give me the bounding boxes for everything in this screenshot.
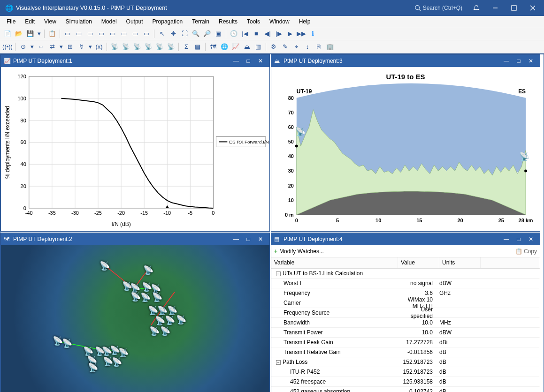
map-station-icon[interactable]: 📡 xyxy=(155,316,165,326)
panel-1-close[interactable]: ✕ xyxy=(253,55,268,67)
skip-start-icon[interactable]: |◀ xyxy=(240,29,250,39)
sat6-icon[interactable]: 📡 xyxy=(166,42,176,52)
node-icon[interactable]: ⊙ xyxy=(18,42,28,52)
col-header-variable[interactable]: Variable xyxy=(271,257,398,268)
col-header-units[interactable]: Units xyxy=(439,257,481,268)
menu-window[interactable]: Window xyxy=(265,17,294,26)
copy-icon[interactable]: 📋 xyxy=(47,29,57,39)
menu-output[interactable]: Output xyxy=(122,17,148,26)
panel-1-header[interactable]: 📈 PtMP UT Deployment:1 — □ ✕ xyxy=(1,55,269,67)
table-row[interactable]: Worst Ino signaldBW xyxy=(271,279,540,288)
var-icon[interactable]: (x) xyxy=(94,42,104,52)
sat3-icon[interactable]: 📡 xyxy=(132,42,142,52)
view-profile-icon[interactable]: ⛰ xyxy=(242,42,252,52)
info-icon[interactable]: ℹ xyxy=(307,29,318,39)
menu-terrain[interactable]: Terrain xyxy=(187,17,214,26)
table-row[interactable]: Bandwidth10.0MHz xyxy=(271,318,540,328)
table-row[interactable]: 452 freespace125.933158dB xyxy=(271,377,540,387)
tool6-icon[interactable]: 🏢 xyxy=(325,42,335,52)
pan-icon[interactable]: ✥ xyxy=(168,29,178,39)
menu-view[interactable]: View xyxy=(39,17,61,26)
zoom-box-icon[interactable]: ⛶ xyxy=(179,29,190,39)
map-station-icon[interactable]: 📡 xyxy=(157,305,168,316)
panel-3-header[interactable]: ⛰ PtMP UT Deployment:3 — □ ✕ xyxy=(271,55,540,67)
map-station-icon[interactable]: 📡 xyxy=(143,265,153,275)
map-station-icon[interactable]: 📡 xyxy=(149,326,160,336)
map-station-icon[interactable]: 📡 xyxy=(152,292,162,302)
path-dropdown-icon[interactable]: ▾ xyxy=(87,42,93,52)
map-station-icon[interactable]: 📡 xyxy=(53,336,63,346)
tool4-icon[interactable]: ↕ xyxy=(302,42,313,52)
map-station-icon[interactable]: 📡 xyxy=(148,305,158,316)
view-3d-icon[interactable]: 🌐 xyxy=(219,42,230,52)
win-tile1-icon[interactable]: ▭ xyxy=(62,29,73,39)
zoom-out-icon[interactable]: 🔎 xyxy=(202,29,212,39)
tool1-icon[interactable]: ⚙ xyxy=(268,42,279,52)
col-header-value[interactable]: Value xyxy=(398,257,439,268)
save-dropdown-icon[interactable]: ▾ xyxy=(36,29,42,39)
save-icon[interactable]: 💾 xyxy=(25,29,35,39)
ffwd-icon[interactable]: ▶▶ xyxy=(296,29,306,39)
close-button[interactable] xyxy=(523,0,542,16)
panel-4-header[interactable]: ▤ PtMP UT Deployment:4 — □ ✕ xyxy=(271,233,540,245)
antenna-icon[interactable]: ((•)) xyxy=(2,42,13,52)
panel-3-close[interactable]: ✕ xyxy=(524,55,538,67)
step-back-icon[interactable]: ◀| xyxy=(262,29,273,39)
map-station-icon[interactable]: 📡 xyxy=(140,292,151,302)
map-station-icon[interactable]: 📡 xyxy=(112,357,122,367)
win-tile5-icon[interactable]: ▭ xyxy=(107,29,118,39)
map-station-icon[interactable]: 📡 xyxy=(176,315,186,325)
node-dropdown-icon[interactable]: ▾ xyxy=(29,42,35,52)
menu-results[interactable]: Results xyxy=(214,17,242,26)
collapse-icon[interactable]: − xyxy=(276,271,281,276)
minimize-button[interactable] xyxy=(486,0,505,16)
map-station-icon[interactable]: 📡 xyxy=(100,261,110,271)
link2-icon[interactable]: ⇄ xyxy=(47,42,57,52)
map-station-icon[interactable]: 📡 xyxy=(118,347,129,358)
sat2-icon[interactable]: 📡 xyxy=(121,42,131,52)
panel-2-header[interactable]: 🗺 PtMP UT Deployment:2 — □ ✕ xyxy=(1,233,269,245)
sat5-icon[interactable]: 📡 xyxy=(154,42,165,52)
win-tile4-icon[interactable]: ▭ xyxy=(96,29,107,39)
map-station-icon[interactable]: 📡 xyxy=(88,362,98,373)
plus-icon[interactable]: + xyxy=(274,248,277,255)
table-row[interactable]: Transmit Relative Gain-0.011856dB xyxy=(271,347,540,357)
search-box[interactable]: Search (Ctrl+Q) xyxy=(414,5,462,11)
link2-dropdown-icon[interactable]: ▾ xyxy=(58,42,64,52)
view-table-icon[interactable]: ▥ xyxy=(253,42,263,52)
modify-watches-link[interactable]: Modify Watches... xyxy=(279,248,324,255)
map-station-icon[interactable]: 📡 xyxy=(130,292,141,302)
sat1-icon[interactable]: 📡 xyxy=(109,42,120,52)
win-tile2-icon[interactable]: ▭ xyxy=(74,29,84,39)
table-row[interactable]: −Path Loss152.918723dB xyxy=(271,357,540,367)
menu-tools[interactable]: Tools xyxy=(242,17,265,26)
menu-simulation[interactable]: Simulation xyxy=(61,17,97,26)
tool2-icon[interactable]: ✎ xyxy=(280,42,290,52)
menu-propagation[interactable]: Propagation xyxy=(148,17,188,26)
table-body[interactable]: −UTs.UT to BS-1.Link CalculationWorst In… xyxy=(271,269,540,392)
win-tile7-icon[interactable]: ▭ xyxy=(130,29,140,39)
win-tile6-icon[interactable]: ▭ xyxy=(119,29,129,39)
sigma-icon[interactable]: Σ xyxy=(181,42,192,52)
view-map-icon[interactable]: 🗺 xyxy=(208,42,218,52)
menu-help[interactable]: Help xyxy=(294,17,315,26)
menu-model[interactable]: Model xyxy=(97,17,122,26)
group-icon[interactable]: ⊞ xyxy=(65,42,75,52)
panel-2-close[interactable]: ✕ xyxy=(253,233,268,245)
menu-edit[interactable]: Edit xyxy=(20,17,39,26)
open-icon[interactable]: 📂 xyxy=(14,29,24,39)
win-tile3-icon[interactable]: ▭ xyxy=(85,29,95,39)
table-row[interactable]: Transmit Power10.0dBW xyxy=(271,328,540,338)
table-row[interactable]: 452 gaseous absorption0.102742dB xyxy=(271,387,540,392)
path-icon[interactable]: ↯ xyxy=(76,42,86,52)
clock-icon[interactable]: 🕓 xyxy=(229,29,239,39)
map-station-icon[interactable]: 📡 xyxy=(165,315,175,325)
step-fwd-icon[interactable]: |▶ xyxy=(274,29,284,39)
tool5-icon[interactable]: ⎘ xyxy=(314,42,324,52)
table-row[interactable]: ITU-R P452152.918723dB xyxy=(271,367,540,377)
win-tile8-icon[interactable]: ▭ xyxy=(141,29,152,39)
play-icon[interactable]: ▶ xyxy=(285,29,295,39)
maximize-button[interactable] xyxy=(505,0,523,16)
zoom-in-icon[interactable]: 🔍 xyxy=(191,29,201,39)
tool3-icon[interactable]: ⌖ xyxy=(291,42,301,52)
